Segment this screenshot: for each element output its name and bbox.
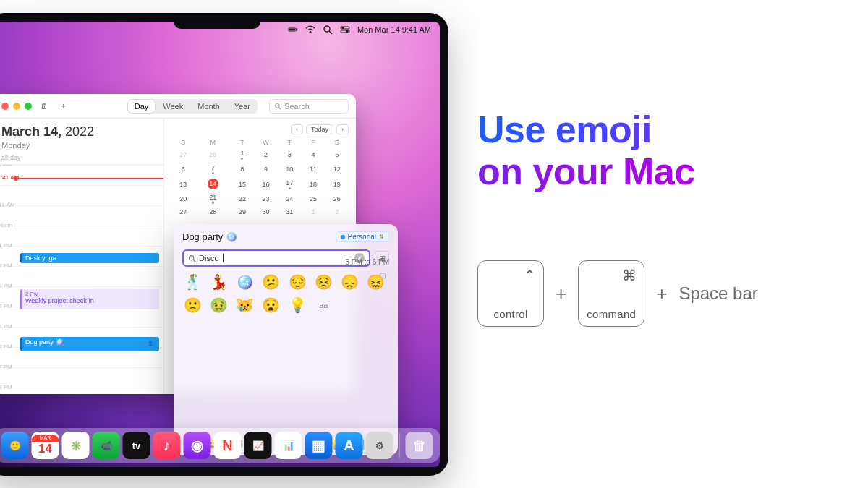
mini-day[interactable]: 2 (254, 147, 278, 162)
mini-day[interactable]: 26 (325, 192, 349, 206)
close-button[interactable] (1, 103, 9, 110)
view-week[interactable]: Week (156, 99, 190, 114)
dock-app-settings[interactable]: ⚙︎ (366, 432, 393, 459)
calendar-picker[interactable]: Personal ⇅ (336, 231, 389, 242)
mini-today-button[interactable]: Today (306, 124, 333, 134)
mini-day[interactable]: 22 (231, 192, 255, 206)
dock-app-numbers[interactable]: 📊 (275, 432, 302, 459)
headline-line2: on your Mac (477, 150, 695, 192)
view-day[interactable]: Day (127, 99, 156, 114)
control-center-icon[interactable] (340, 25, 350, 35)
dock-app-calendar[interactable]: MAR14 (32, 432, 59, 459)
mini-day[interactable]: 1 (302, 206, 326, 218)
spotlight-icon[interactable] (323, 25, 333, 35)
mini-prev-button[interactable]: ‹ (291, 124, 303, 134)
emoji-result[interactable]: 😧 (261, 295, 281, 315)
dock-app-stocks[interactable]: 📈 (244, 432, 272, 459)
dock-app-news[interactable]: N (214, 432, 242, 459)
emoji-result[interactable]: 😞 (340, 272, 360, 292)
emoji-result[interactable]: 🪩 (235, 272, 255, 292)
event-block[interactable]: 2 PMWeekly project check-in (20, 289, 159, 309)
mini-day[interactable]: 28 (195, 147, 231, 162)
mini-day[interactable]: 24 (278, 192, 302, 206)
dock-app-facetime[interactable]: 📹 (93, 432, 120, 459)
mini-day[interactable]: 4 (302, 147, 326, 162)
timeline[interactable]: 9:41 AM 9 AM11 AMNoon1 PM2 PM3 PM4 PM5 P… (0, 165, 163, 394)
mini-day[interactable]: 15 (231, 176, 255, 192)
mini-day[interactable]: 17 (278, 176, 302, 192)
mini-day[interactable]: 13 (171, 176, 195, 192)
mini-day[interactable]: 12 (325, 162, 349, 176)
mini-day[interactable]: 6 (171, 162, 195, 176)
emoji-result[interactable]: 💃 (208, 272, 229, 292)
dock-app-photos[interactable]: ✳️ (62, 432, 90, 459)
mini-day[interactable]: 18 (302, 176, 326, 192)
dock-app-finder[interactable]: 🙂 (1, 432, 29, 459)
mini-day[interactable]: 9 (254, 162, 278, 176)
mini-day[interactable]: 19 (325, 176, 349, 192)
mini-day[interactable]: 31 (278, 206, 302, 218)
mini-day[interactable]: 25 (302, 192, 326, 206)
battery-icon[interactable] (288, 25, 298, 35)
headline-line1: Use emoji (477, 108, 695, 150)
emoji-result[interactable]: 🙁 (182, 295, 203, 315)
emoji-result[interactable]: 😿 (235, 295, 255, 315)
mini-day[interactable]: 29 (231, 206, 255, 218)
mini-day[interactable]: 7 (195, 162, 231, 176)
headline: Use emoji on your Mac (477, 108, 695, 192)
event-block[interactable]: Desk yoga (20, 253, 159, 263)
mini-day[interactable]: 27 (171, 147, 195, 162)
event-block[interactable]: Dog party 🪩👥 (20, 337, 159, 351)
emoji-result[interactable]: 😔 (287, 272, 307, 292)
mini-day[interactable]: 14 (195, 176, 231, 192)
mini-day[interactable]: 16 (254, 176, 278, 192)
calendars-icon[interactable]: 🗓 (38, 100, 51, 113)
hour-label: 7 PM (0, 364, 12, 370)
mini-day[interactable]: 11 (302, 162, 326, 176)
hour-label: 8 PM (0, 384, 12, 390)
emoji-result[interactable]: 💡 (287, 295, 307, 315)
add-event-icon[interactable]: ＋ (56, 100, 69, 113)
mini-day[interactable]: 28 (195, 206, 231, 218)
event-title[interactable]: Dog party 🪩 (182, 231, 237, 242)
mini-calendar-grid[interactable]: SMTWTFS272812345678910111213141516171819… (171, 137, 349, 218)
mini-day[interactable]: 3 (278, 147, 302, 162)
menubar-datetime[interactable]: Mon Mar 14 9:41 AM (357, 25, 431, 34)
mini-day[interactable]: 30 (254, 206, 278, 218)
dock-trash[interactable]: 🗑 (406, 432, 433, 459)
event-time: 5 PM to 6 PM (345, 258, 389, 266)
wifi-icon[interactable] (305, 25, 315, 35)
plus-2: + (656, 283, 667, 305)
mini-day[interactable]: 23 (254, 192, 278, 206)
minimize-button[interactable] (13, 103, 20, 110)
view-year[interactable]: Year (227, 99, 258, 114)
mini-day[interactable]: 21 (195, 192, 231, 206)
dock-app-tv[interactable]: tv (123, 432, 150, 459)
mini-day[interactable]: 10 (278, 162, 302, 176)
mini-day[interactable]: 2 (325, 206, 349, 218)
view-month[interactable]: Month (190, 99, 227, 114)
mini-next-button[interactable]: › (336, 124, 349, 134)
dock-app-appstore[interactable]: A (336, 432, 363, 459)
mini-day[interactable]: 20 (171, 192, 195, 206)
search-field[interactable]: Search (269, 99, 349, 114)
dock-app-podcasts[interactable]: ◉ (184, 432, 211, 459)
hour-label: 3 PM (0, 283, 12, 289)
view-segmented-control: DayWeekMonthYear (127, 99, 258, 114)
svg-rect-2 (297, 29, 297, 30)
emoji-result[interactable]: 🕺 (182, 272, 203, 292)
mini-day[interactable]: 1 (231, 147, 255, 162)
dock-app-keynote[interactable]: ▦ (305, 432, 333, 459)
zoom-button[interactable] (25, 103, 32, 110)
emoji-search-field[interactable]: Disco ✕ (182, 249, 370, 267)
emoji-result[interactable]: 😕 (261, 272, 281, 292)
emoji-result[interactable]: 😣 (313, 272, 333, 292)
hour-label: Noon (0, 222, 12, 228)
mini-day[interactable]: 8 (231, 162, 255, 176)
dock-app-music[interactable]: ♪ (153, 432, 181, 459)
emoji-result[interactable]: 😖 (366, 272, 386, 292)
text-result[interactable]: aa (313, 295, 333, 315)
mini-day[interactable]: 5 (325, 147, 349, 162)
mini-day[interactable]: 27 (171, 206, 195, 218)
emoji-result[interactable]: 🤢 (208, 295, 229, 315)
